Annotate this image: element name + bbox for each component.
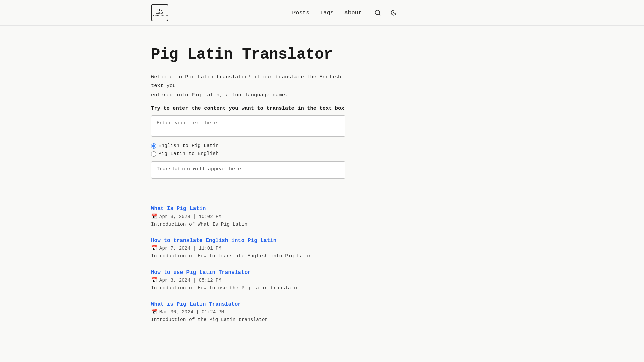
post-list: What Is Pig Latin 📅 Apr 8, 2024 | 10:02 … [151, 206, 345, 322]
logo-line3: TRANSLATOR [151, 14, 168, 17]
post-link[interactable]: What Is Pig Latin [151, 206, 206, 212]
nav-about[interactable]: About [344, 10, 362, 16]
post-title: What is Pig Latin Translator [151, 301, 345, 307]
post-meta: 📅 Apr 8, 2024 | 10:02 PM [151, 213, 345, 220]
text-input[interactable] [151, 115, 345, 137]
radio-english-to-pig-label: English to Pig Latin [158, 143, 219, 149]
search-button[interactable] [372, 7, 383, 18]
radio-pig-to-english-label: Pig Latin to English [158, 151, 219, 157]
nav-tags[interactable]: Tags [320, 10, 334, 16]
welcome-text: Welcome to Pig Latin translator! it can … [151, 73, 345, 99]
radio-pig-to-english[interactable]: Pig Latin to English [151, 151, 345, 157]
logo-line2: LATIN [156, 12, 164, 14]
post-meta: 📅 Mar 30, 2024 | 01:24 PM [151, 309, 345, 315]
post-link[interactable]: How to translate English into Pig Latin [151, 238, 276, 244]
site-logo[interactable]: PIG LATIN TRANSLATOR [151, 4, 168, 21]
post-meta: 📅 Apr 3, 2024 | 05:12 PM [151, 277, 345, 283]
try-label: Try to enter the content you want to tra… [151, 105, 345, 111]
main-nav: Posts Tags About [292, 7, 399, 18]
logo-line1: PIG [156, 8, 163, 12]
section-divider [151, 192, 345, 192]
theme-toggle-button[interactable] [388, 7, 399, 18]
list-item: What is Pig Latin Translator 📅 Mar 30, 2… [151, 301, 345, 322]
post-meta: 📅 Apr 7, 2024 | 11:01 PM [151, 245, 345, 251]
post-excerpt: Introduction of How to use the Pig Latin… [151, 285, 345, 291]
translation-direction-group: English to Pig Latin Pig Latin to Englis… [151, 143, 345, 157]
calendar-icon: 📅 [151, 213, 157, 220]
radio-pig-to-english-input[interactable] [151, 151, 156, 157]
svg-line-1 [379, 14, 380, 15]
post-date: Apr 3, 2024 | 05:12 PM [159, 278, 221, 283]
list-item: What Is Pig Latin 📅 Apr 8, 2024 | 10:02 … [151, 206, 345, 227]
post-title: What Is Pig Latin [151, 206, 345, 212]
translation-output: Translation will appear here [151, 161, 345, 179]
search-icon [374, 9, 381, 16]
post-date: Mar 30, 2024 | 01:24 PM [159, 309, 224, 315]
post-excerpt: Introduction of How to translate English… [151, 253, 345, 259]
list-item: How to translate English into Pig Latin … [151, 238, 345, 259]
post-link[interactable]: What is Pig Latin Translator [151, 301, 241, 307]
post-title: How to use Pig Latin Translator [151, 269, 345, 276]
radio-english-to-pig-input[interactable] [151, 143, 156, 149]
moon-icon [390, 9, 397, 16]
nav-icons [372, 7, 399, 18]
calendar-icon: 📅 [151, 277, 157, 283]
post-excerpt: Introduction of What Is Pig Latin [151, 222, 345, 227]
post-date: Apr 8, 2024 | 10:02 PM [159, 214, 221, 219]
post-title: How to translate English into Pig Latin [151, 238, 345, 244]
calendar-icon: 📅 [151, 245, 157, 251]
post-excerpt: Introduction of the Pig Latin translator [151, 317, 345, 322]
nav-posts[interactable]: Posts [292, 10, 309, 16]
calendar-icon: 📅 [151, 309, 157, 315]
list-item: How to use Pig Latin Translator 📅 Apr 3,… [151, 269, 345, 291]
post-link[interactable]: How to use Pig Latin Translator [151, 269, 251, 276]
radio-english-to-pig[interactable]: English to Pig Latin [151, 143, 345, 149]
post-date: Apr 7, 2024 | 11:01 PM [159, 246, 221, 251]
page-title: Pig Latin Translator [151, 46, 345, 63]
